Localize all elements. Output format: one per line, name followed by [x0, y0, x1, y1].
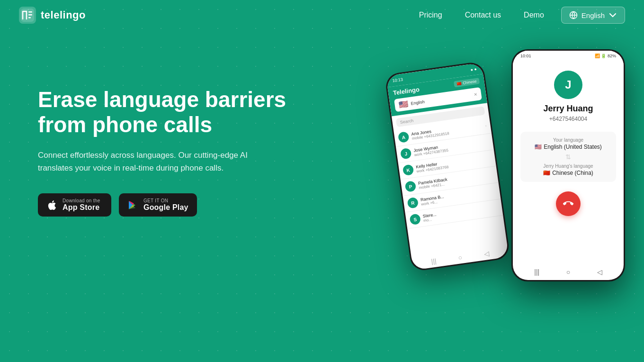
navbar: telelingo Pricing Contact us Demo Englis…: [0, 0, 644, 30]
cn-flag-icon: 🇨🇳: [543, 170, 550, 176]
phone2-call-area: J Jerry Huang +64275464004 Your language…: [513, 61, 624, 226]
apple-icon: [46, 199, 58, 211]
lang-divider: ⇅: [528, 150, 608, 163]
app-store-text: Download on the App Store: [63, 198, 100, 212]
nav-links: Pricing Contact us Demo English: [410, 7, 625, 24]
contact-avatar-5: S: [409, 213, 421, 225]
phone1-contacts-list: A Ana Jones mobile +64312918518 › J Jose…: [394, 117, 503, 229]
google-play-button[interactable]: GET IT ON Google Play: [119, 193, 197, 217]
app-store-large-text: App Store: [63, 203, 100, 212]
logo[interactable]: telelingo: [19, 7, 86, 24]
phone2-back-btn: |||: [534, 268, 539, 276]
google-play-text: GET IT ON Google Play: [143, 198, 188, 212]
phone2-time: 10:01: [520, 54, 531, 58]
caller-number: +64275464004: [549, 116, 587, 122]
svg-rect-4: [28, 17, 31, 18]
svg-rect-2: [28, 11, 32, 13]
phone1-circle-btn: ○: [457, 253, 463, 262]
contact-avatar-0: A: [398, 131, 410, 143]
phone-container: 10:13 ● ● Telelingo 🇨🇳 Chinese: [388, 49, 625, 362]
end-call-button[interactable]: [556, 191, 581, 216]
phone2-home-btn: ○: [566, 268, 570, 276]
nav-contact[interactable]: Contact us: [456, 7, 510, 23]
phone1-indicators: ● ●: [470, 67, 477, 72]
hero-title: Erase language barriers from phone calls: [38, 87, 294, 137]
google-play-small-text: GET IT ON: [143, 198, 188, 203]
chevron-right-icon: ›: [485, 123, 487, 128]
store-buttons: Download on the App Store GET IT ON Goog…: [38, 193, 303, 217]
phone1-home-btn: |||: [431, 257, 437, 265]
your-language-value: 🇺🇸 English (United States): [528, 144, 608, 150]
language-selector[interactable]: English: [561, 7, 625, 24]
contact-avatar-1: J: [400, 148, 412, 160]
contact-avatar-2: K: [402, 164, 414, 176]
phone1-receiver-lang: 🇨🇳 Chinese: [454, 78, 480, 87]
hero-right: 10:13 ● ● Telelingo 🇨🇳 Chinese: [303, 59, 616, 362]
phone1-mockup: 10:13 ● ● Telelingo 🇨🇳 Chinese: [385, 61, 510, 272]
phone2-status-bar: 10:01 📶 🔋 82%: [513, 51, 624, 61]
caller-name: Jerry Huang: [543, 104, 593, 114]
phone1-back-btn: ◁: [483, 250, 490, 258]
language-label: English: [581, 11, 605, 19]
app-store-small-text: Download on the: [63, 198, 100, 203]
caller-language-value: 🇨🇳 Chinese (China): [528, 170, 608, 176]
logo-icon: [19, 7, 36, 24]
nav-pricing[interactable]: Pricing: [410, 7, 452, 23]
nav-demo[interactable]: Demo: [514, 7, 554, 23]
contact-avatar-3: P: [405, 181, 417, 192]
hero-section: Erase language barriers from phone calls…: [0, 30, 644, 362]
contact-avatar-4: R: [407, 197, 419, 209]
phone1-time: 10:13: [392, 77, 403, 83]
chevron-down-icon: [608, 11, 617, 19]
phone1-app-name: Telelingo: [393, 86, 420, 97]
phone2-mockup: 10:01 📶 🔋 82% J Jerry Huang +64275464004: [511, 49, 625, 281]
svg-rect-3: [28, 14, 32, 16]
google-play-large-text: Google Play: [143, 203, 188, 212]
caller-avatar: J: [554, 71, 582, 99]
app-store-button[interactable]: Download on the App Store: [38, 193, 111, 217]
language-info-box: Your language 🇺🇸 English (United States)…: [520, 132, 616, 182]
globe-icon: [569, 11, 578, 19]
end-call-icon: [563, 199, 573, 209]
phone2-task-btn: ◁: [597, 268, 602, 276]
google-play-icon: [127, 199, 139, 211]
hero-subtitle: Connect effortlessly across languages. O…: [38, 149, 265, 174]
phone2-bottom-bar: ||| ○ ◁: [511, 266, 625, 278]
hero-left: Erase language barriers from phone calls…: [38, 59, 303, 217]
phone2-battery: 📶 🔋 82%: [595, 54, 616, 58]
logo-text: telelingo: [41, 9, 86, 21]
us-flag-icon: 🇺🇸: [535, 144, 542, 150]
